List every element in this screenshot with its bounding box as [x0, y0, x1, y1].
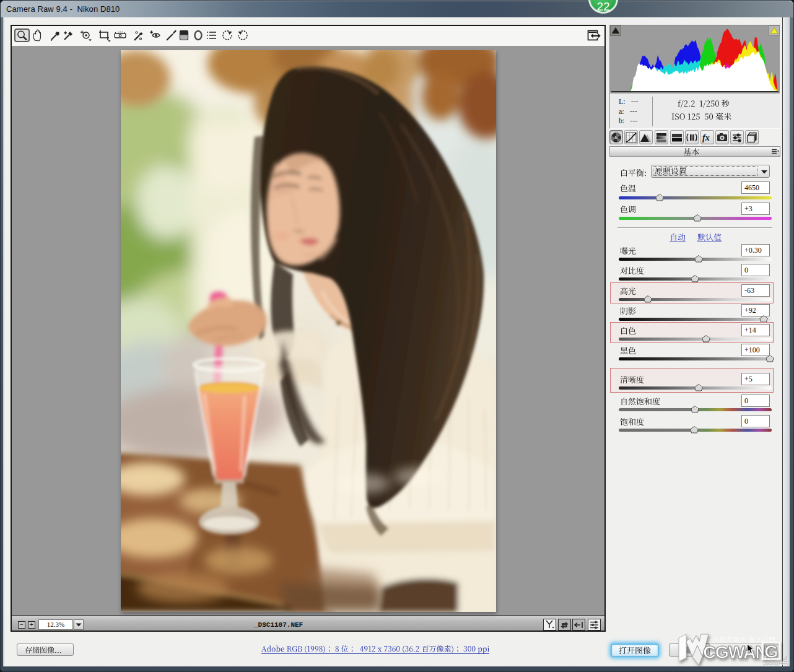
svg-text:.com: .com [763, 659, 779, 666]
svg-text:fx: fx [702, 133, 710, 142]
svg-text:CGWAN: CGWAN [703, 642, 767, 662]
